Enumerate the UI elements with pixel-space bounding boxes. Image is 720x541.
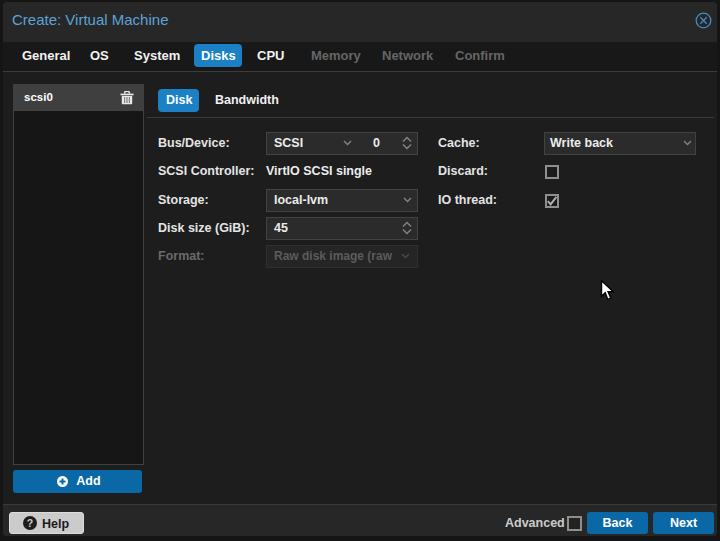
svg-text:?: ? — [27, 517, 33, 529]
